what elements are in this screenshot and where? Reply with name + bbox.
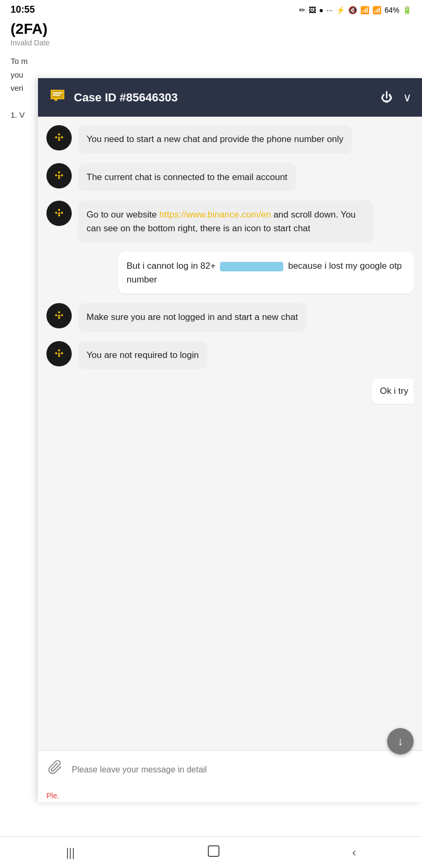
battery-icon: 🔋 [402, 6, 411, 14]
scroll-down-icon: ↓ [398, 734, 404, 748]
bot-message-3: Go to our website https://www.binance.co… [46, 201, 414, 242]
user-bubble-partial: Ok i try [371, 379, 414, 404]
chat-messages: You need to start a new chat and provide… [38, 117, 422, 750]
bot-bubble-5: You are not required to login [78, 341, 207, 370]
message-input[interactable] [72, 765, 414, 775]
status-time: 10:55 [11, 4, 35, 15]
chat-input-bar [38, 750, 422, 788]
recent-apps-icon: ||| [66, 846, 75, 860]
nav-home[interactable] [207, 844, 220, 861]
bot-avatar-5 [46, 341, 72, 366]
bot-bubble-2: The current chat is connected to the ema… [78, 163, 296, 192]
status-icons: ✏ 🖼 ● ··· ⚡ 🔇 📶 📶 64% 🔋 [299, 6, 411, 14]
chat-panel: Case ID #85646303 ⏻ ∨ You need to start … [38, 78, 422, 802]
svg-rect-8 [208, 846, 219, 856]
chat-header: Case ID #85646303 ⏻ ∨ [38, 78, 422, 117]
nav-back[interactable]: ‹ [352, 846, 356, 860]
binance-link[interactable]: https://www.binance.com/en [159, 210, 271, 220]
bot-avatar-4 [46, 303, 72, 328]
mute-icon: 🔇 [348, 6, 357, 14]
home-icon [207, 844, 220, 861]
image-icon: 🖼 [309, 6, 316, 14]
bot-message-1: You need to start a new chat and provide… [46, 125, 414, 154]
wifi-icon: 📶 [360, 6, 369, 14]
chat-icon [49, 87, 66, 108]
bot-bubble-1: You need to start a new chat and provide… [78, 125, 352, 154]
invalid-date: Invalid Date [11, 39, 411, 47]
page-title: (2FA) [11, 21, 411, 37]
user-message-1: But i cannot log in 82+ because i lost m… [46, 252, 414, 294]
battery-percent: 64% [385, 6, 399, 14]
bot-message-2: The current chat is connected to the ema… [46, 163, 414, 192]
nav-recent-apps[interactable]: ||| [66, 846, 75, 860]
status-bar: 10:55 ✏ 🖼 ● ··· ⚡ 🔇 📶 📶 64% 🔋 [0, 0, 422, 17]
pencil-icon: ✏ [299, 6, 305, 14]
more-icon: ··· [327, 6, 333, 14]
user-message-partial-row: Ok i try ↓ [46, 379, 414, 404]
bot-message-4: Make sure you are not logged in and star… [46, 303, 414, 332]
bg-line-1: To m [11, 54, 422, 68]
bot-avatar-1 [46, 125, 72, 150]
bottom-nav: ||| ‹ [0, 836, 422, 868]
bot-bubble-3: Go to our website https://www.binance.co… [78, 201, 373, 242]
bluetooth-icon: ⚡ [336, 6, 345, 14]
app-icon: ● [319, 6, 323, 14]
page-title-area: (2FA) Invalid Date [0, 17, 422, 49]
attach-button[interactable] [46, 758, 65, 781]
bot-avatar-3 [46, 201, 72, 226]
power-button[interactable]: ⏻ [381, 91, 392, 105]
bot-bubble-4: Make sure you are not logged in and star… [78, 303, 306, 332]
user-bubble-1: But i cannot log in 82+ because i lost m… [118, 252, 414, 294]
signal-icon: 📶 [372, 6, 381, 14]
case-id-title: Case ID #85646303 [74, 91, 373, 105]
redacted-text [220, 262, 283, 271]
bot-avatar-2 [46, 163, 72, 188]
bottom-red-text: Ple. [38, 788, 422, 802]
collapse-button[interactable]: ∨ [403, 91, 411, 105]
back-icon: ‹ [352, 846, 356, 860]
scroll-down-button[interactable]: ↓ [387, 728, 414, 754]
chat-header-actions: ⏻ ∨ [381, 91, 411, 105]
bot-message-5: You are not required to login [46, 341, 414, 370]
